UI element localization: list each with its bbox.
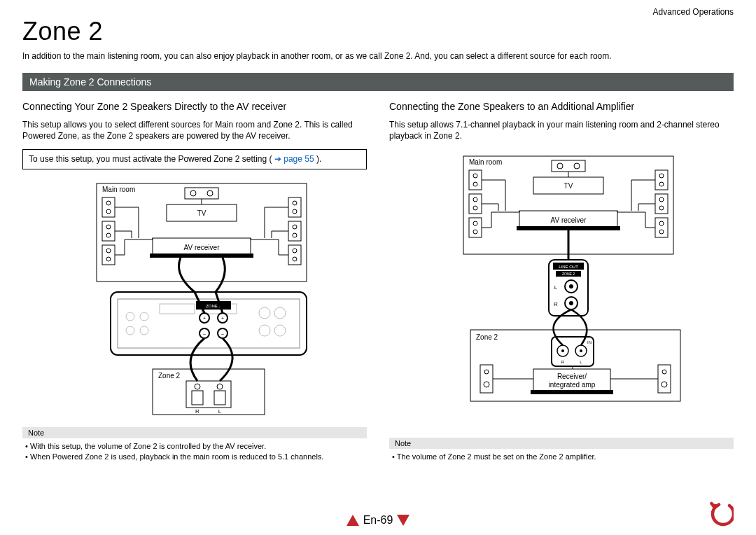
svg-point-28 xyxy=(126,312,134,321)
svg-rect-25 xyxy=(150,253,253,258)
svg-point-21 xyxy=(293,257,297,261)
label-zone2-small: ZONE 2 xyxy=(562,272,575,276)
svg-point-62 xyxy=(473,206,477,210)
svg-rect-69 xyxy=(655,194,668,214)
return-icon[interactable] xyxy=(708,501,734,529)
svg-text:+: + xyxy=(203,316,206,321)
svg-rect-98 xyxy=(658,365,671,393)
svg-rect-1 xyxy=(185,188,218,199)
note-item: With this setup, the volume of Zone 2 is… xyxy=(25,441,367,452)
label-main-room-r: Main room xyxy=(469,158,502,166)
left-heading: Connecting Your Zone 2 Speakers Directly… xyxy=(22,101,367,112)
next-page-icon[interactable] xyxy=(397,515,410,526)
label-av-receiver-r: AV receiver xyxy=(551,216,587,224)
right-column: Connecting the Zone Speakers to an Addit… xyxy=(389,101,734,462)
prev-page-icon[interactable] xyxy=(346,515,359,526)
svg-point-67 xyxy=(659,174,664,178)
svg-point-3 xyxy=(207,190,213,196)
svg-point-74 xyxy=(659,230,664,234)
svg-point-11 xyxy=(106,249,111,253)
intro-text: In addition to the main listening room, … xyxy=(22,50,734,62)
svg-point-2 xyxy=(190,190,196,196)
label-zone2-room-r: Zone 2 xyxy=(476,333,498,341)
svg-point-97 xyxy=(484,382,489,387)
page-link[interactable]: ➔ page 55 xyxy=(274,154,314,164)
label-zone2-room: Zone 2 xyxy=(158,372,181,380)
svg-rect-10 xyxy=(102,245,115,265)
left-callout: To use this setup, you must activate the… xyxy=(22,149,367,170)
svg-rect-93 xyxy=(531,390,613,394)
label-r: R xyxy=(195,408,200,415)
page-title: Zone 2 xyxy=(22,17,734,46)
svg-point-58 xyxy=(473,174,477,178)
svg-point-20 xyxy=(293,249,297,253)
svg-rect-36 xyxy=(160,304,195,314)
label-tv-r: TV xyxy=(564,182,573,190)
svg-point-5 xyxy=(106,201,111,205)
note-item: The volume of Zone 2 must be set on the … xyxy=(392,452,734,462)
svg-rect-54 xyxy=(552,160,585,172)
svg-point-71 xyxy=(659,206,664,210)
svg-point-35 xyxy=(274,325,286,336)
label-r3: R xyxy=(561,360,565,364)
left-column: Connecting Your Zone 2 Speakers Directly… xyxy=(22,101,367,462)
svg-text:–: – xyxy=(221,331,224,336)
svg-point-68 xyxy=(659,182,664,186)
label-amp1: Receiver/ xyxy=(557,373,587,380)
svg-rect-51 xyxy=(192,391,203,405)
svg-rect-78 xyxy=(517,226,620,230)
left-note-label: Note xyxy=(22,427,367,438)
svg-point-12 xyxy=(106,257,111,261)
svg-rect-57 xyxy=(469,170,482,190)
svg-rect-66 xyxy=(655,170,668,190)
svg-point-56 xyxy=(574,163,580,169)
svg-point-96 xyxy=(484,370,489,374)
svg-rect-19 xyxy=(288,245,301,265)
svg-rect-60 xyxy=(469,194,482,214)
svg-point-99 xyxy=(662,370,666,374)
svg-point-64 xyxy=(473,221,477,225)
note-item: When Powered Zone 2 is used, playback in… xyxy=(25,452,367,462)
svg-rect-7 xyxy=(102,221,115,241)
svg-rect-72 xyxy=(655,218,668,237)
svg-point-89 xyxy=(561,349,564,352)
svg-point-85 xyxy=(569,301,573,305)
svg-rect-48 xyxy=(186,381,231,408)
left-diagram: Main room TV xyxy=(55,176,335,422)
svg-point-59 xyxy=(473,182,477,186)
label-l3: L xyxy=(580,360,582,364)
label-r2: R xyxy=(554,301,558,307)
label-in: IN xyxy=(587,340,592,345)
svg-point-83 xyxy=(569,284,573,289)
label-amp2: integrated amp xyxy=(549,381,596,389)
svg-point-29 xyxy=(126,326,134,335)
page-number: En-69 xyxy=(363,514,393,527)
svg-point-30 xyxy=(140,312,148,321)
svg-point-70 xyxy=(659,197,664,202)
svg-point-55 xyxy=(557,163,563,169)
svg-point-14 xyxy=(293,201,297,205)
svg-rect-52 xyxy=(214,391,225,405)
svg-text:+: + xyxy=(221,316,224,321)
left-notes: With this setup, the volume of Zone 2 is… xyxy=(22,441,367,462)
svg-point-9 xyxy=(106,233,111,237)
svg-point-49 xyxy=(195,384,200,389)
svg-point-32 xyxy=(259,307,270,319)
label-l2: L xyxy=(554,284,558,291)
callout-suffix: ). xyxy=(316,154,321,164)
svg-point-91 xyxy=(580,349,582,352)
left-body: This setup allows you to select differen… xyxy=(22,119,367,141)
section-bar: Making Zone 2 Connections xyxy=(22,73,734,91)
svg-point-100 xyxy=(662,382,667,387)
label-av-receiver: AV receiver xyxy=(184,244,220,251)
label-l: L xyxy=(218,408,222,415)
svg-point-34 xyxy=(259,325,270,336)
right-body: This setup allows 7.1-channel playback i… xyxy=(389,119,734,141)
svg-rect-16 xyxy=(288,221,301,241)
svg-point-33 xyxy=(274,307,286,319)
label-main-room: Main room xyxy=(102,186,135,193)
svg-rect-0 xyxy=(97,183,307,282)
svg-point-61 xyxy=(473,197,477,202)
svg-rect-13 xyxy=(288,197,301,217)
svg-rect-63 xyxy=(469,218,482,237)
